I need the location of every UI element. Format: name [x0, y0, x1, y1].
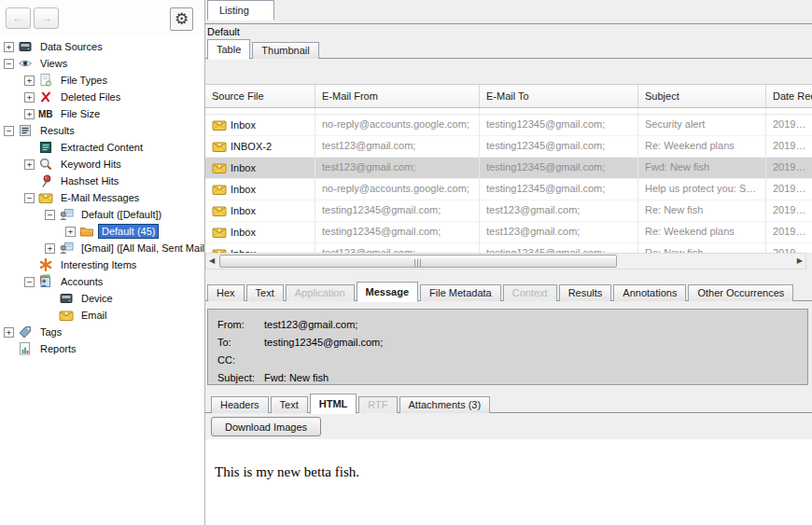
table-row[interactable]: Inboxtesting12345@gmail.com;test123@gmai…: [205, 222, 812, 243]
sidebar-toolbar: ← → ⚙: [0, 0, 204, 35]
tab-message[interactable]: Message: [357, 282, 418, 302]
expand-toggle-icon[interactable]: +: [65, 227, 76, 237]
expand-toggle-icon[interactable]: +: [4, 42, 14, 52]
table-row[interactable]: Inboxno-reply@accounts.google.com;testin…: [205, 179, 812, 200]
message-button-row: Download Images: [205, 413, 812, 439]
column-header-subject[interactable]: Subject: [638, 85, 766, 107]
listing-tabbar: Listing: [205, 0, 812, 24]
table-row[interactable]: Inboxtest123@gmail.com;testing12345@gmai…: [205, 243, 812, 253]
sidebar-item-default-45[interactable]: +Default (45): [0, 223, 204, 240]
sidebar-item-data-sources[interactable]: +Data Sources: [0, 38, 204, 55]
tab-hex[interactable]: Hex: [207, 284, 245, 301]
expand-toggle-icon[interactable]: +: [24, 159, 35, 170]
accounts-icon: [38, 274, 53, 289]
sidebar-item-tags[interactable]: +Tags: [0, 324, 204, 340]
collapse-toggle-icon[interactable]: −: [24, 277, 35, 287]
scroll-left-icon[interactable]: ◀: [209, 256, 215, 265]
sidebar-item-reports[interactable]: Reports: [0, 340, 204, 357]
email-table: Source FileE-Mail FromE-Mail ToSubjectDa…: [205, 84, 812, 253]
email-from-cell: test123@gmail.com;: [315, 158, 480, 178]
tab-thumbnail[interactable]: Thumbnail: [252, 42, 318, 59]
source-file-cell: INBOX-2: [205, 136, 315, 157]
horizontal-scrollbar[interactable]: ◀ ▶: [205, 253, 806, 269]
sidebar-item-e-mail-messages[interactable]: −E-Mail Messages: [0, 189, 204, 206]
email-icon: [59, 308, 74, 323]
scrollbar-thumb[interactable]: [219, 255, 617, 268]
expand-toggle-icon[interactable]: +: [4, 327, 14, 338]
tab-html[interactable]: HTML: [310, 394, 357, 414]
source-file-cell: Inbox: [205, 115, 315, 135]
sidebar-item-file-types[interactable]: +File Types: [0, 72, 204, 89]
email-to-cell: test123@gmail.com;: [480, 200, 638, 221]
expand-toggle-icon[interactable]: +: [45, 243, 55, 254]
extracted-content-icon: [38, 140, 53, 155]
sidebar-item-device[interactable]: Device: [0, 290, 204, 307]
tab-headers[interactable]: Headers: [211, 396, 269, 413]
tab-results[interactable]: Results: [559, 284, 612, 301]
forward-button[interactable]: →: [34, 7, 59, 29]
field-label: From:: [217, 316, 264, 334]
back-button[interactable]: ←: [6, 7, 31, 29]
view-tabbar: TableThumbnail: [205, 39, 812, 59]
sidebar-item-gmail-all-mail-sent-mail[interactable]: +[Gmail] ([All Mail, Sent Mail]): [0, 240, 204, 256]
tab-other-occurrences[interactable]: Other Occurrences: [688, 284, 793, 301]
expand-toggle-icon[interactable]: +: [24, 76, 35, 86]
table-row[interactable]: Inboxno-reply@accounts.google.com;testin…: [205, 115, 812, 136]
date-cell: 2019-06-: [766, 222, 812, 242]
tab-table[interactable]: Table: [207, 39, 250, 60]
sidebar-item-extracted-content[interactable]: Extracted Content: [0, 139, 204, 156]
email-to-cell: testing12345@gmail.com;: [480, 243, 638, 253]
sidebar-item-hashset-hits[interactable]: Hashset Hits: [0, 173, 204, 189]
message-headers-panel: From:test123@gmail.com;To:testing12345@g…: [207, 309, 808, 385]
sidebar-item-file-size[interactable]: +MBFile Size: [0, 105, 204, 122]
tab-application[interactable]: Application: [286, 284, 355, 301]
hashset-hits-icon: [38, 173, 53, 188]
sidebar-item-results[interactable]: −Results: [0, 122, 204, 139]
collapse-toggle-icon[interactable]: −: [4, 126, 14, 136]
sidebar-item-accounts[interactable]: −Accounts: [0, 273, 204, 290]
column-header-source-file[interactable]: Source File: [205, 85, 315, 107]
download-images-button[interactable]: Download Images: [211, 417, 321, 436]
folder-icon: [79, 224, 94, 239]
message-field-cc: CC:: [217, 352, 798, 369]
sidebar-item-email[interactable]: Email: [0, 307, 204, 324]
email-to-cell: testing12345@gmail.com;: [480, 136, 638, 157]
tab-attachments-3[interactable]: Attachments (3): [399, 396, 491, 413]
table-row[interactable]: INBOX-2test123@gmail.com;testing12345@gm…: [205, 136, 812, 158]
tab-annotations[interactable]: Annotations: [613, 284, 686, 301]
tab-context[interactable]: Context: [503, 284, 557, 301]
sidebar-item-views[interactable]: −Views: [0, 55, 204, 72]
table-row[interactable]: Inboxtest123@gmail.com;testing12345@gmai…: [205, 158, 812, 179]
tree-item-label: Default (45): [99, 225, 158, 238]
tab-text[interactable]: Text: [271, 396, 308, 413]
email-body-text: This is my new betta fish.: [215, 464, 812, 480]
subject-cell: Security alert: [638, 115, 766, 135]
tab-file-metadata[interactable]: File Metadata: [420, 284, 501, 301]
column-header-e-mail-from[interactable]: E-Mail From: [315, 85, 480, 107]
expand-toggle-icon[interactable]: +: [24, 92, 35, 103]
scroll-right-icon[interactable]: ▶: [797, 256, 803, 265]
source-file-cell: Inbox: [205, 179, 315, 200]
tab-rtf[interactable]: RTF: [358, 396, 397, 413]
expand-toggle-icon[interactable]: +: [24, 109, 35, 119]
tree-item-label: Keyword Hits: [58, 158, 124, 171]
sidebar-item-deleted-files[interactable]: +Deleted Files: [0, 89, 204, 105]
collapse-toggle-icon[interactable]: −: [45, 210, 55, 220]
source-file-label: Inbox: [231, 201, 256, 221]
field-value: Fwd: New fish: [264, 372, 329, 383]
settings-button[interactable]: ⚙: [170, 7, 193, 31]
tab-text[interactable]: Text: [246, 284, 284, 301]
column-header-date-rec[interactable]: Date Rec: [766, 85, 812, 107]
source-file-cell: Inbox: [205, 222, 315, 242]
sidebar-item-interesting-items[interactable]: Interesting Items: [0, 256, 204, 273]
sidebar-item-default-default[interactable]: −Default ([Default]): [0, 206, 204, 223]
column-header-e-mail-to[interactable]: E-Mail To: [480, 85, 638, 107]
collapse-toggle-icon[interactable]: −: [24, 193, 35, 203]
collapse-toggle-icon[interactable]: −: [4, 59, 14, 69]
file-size-icon: MB: [38, 106, 53, 121]
sidebar-item-keyword-hits[interactable]: +Keyword Hits: [0, 156, 204, 173]
tab-listing[interactable]: Listing: [207, 0, 274, 21]
table-row[interactable]: Inboxtesting12345@gmail.com;test123@gmai…: [205, 200, 812, 222]
field-label: CC:: [217, 352, 264, 369]
tree-item-label: Data Sources: [37, 40, 105, 53]
